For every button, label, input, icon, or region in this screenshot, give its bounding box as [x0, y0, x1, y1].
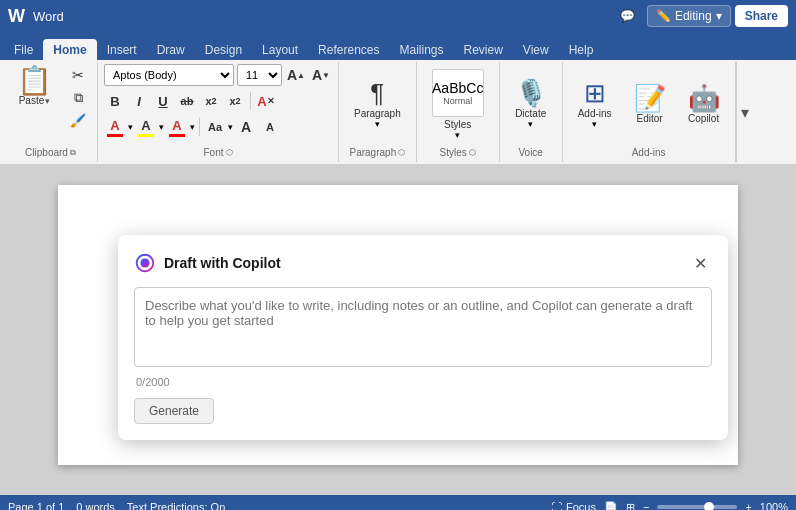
focus-icon: ⛶ — [551, 501, 562, 510]
copilot-dialog: Draft with Copilot ✕ 0/2000 Generate — [118, 235, 728, 440]
editor-icon: 📝 — [634, 85, 666, 111]
clear-format-button[interactable]: A✕ — [255, 90, 277, 112]
subscript-button[interactable]: x2 — [200, 90, 222, 112]
styles-group: AaBbCc Normal Styles ▾ Styles ⬡ — [417, 62, 500, 162]
font-group: Aptos (Body) 11 A▲ A▼ B I U ab x2 x2 A✕ — [98, 62, 339, 162]
case-arrow[interactable]: ▾ — [228, 122, 233, 132]
addins-group: ⊞ Add-ins ▾ 📝 Editor 🤖 Copilot Add-ins — [563, 62, 736, 162]
grow-font-button[interactable]: A▲ — [285, 64, 307, 86]
word-count[interactable]: 0 words — [76, 501, 115, 510]
font-label: Font — [203, 147, 223, 158]
dictate-arrow: ▾ — [528, 119, 533, 129]
case-button[interactable]: Aa — [204, 116, 226, 138]
styles-button[interactable]: AaBbCc Normal Styles ▾ — [423, 64, 493, 145]
font-select[interactable]: Aptos (Body) — [104, 64, 234, 86]
zoom-level[interactable]: 100% — [760, 501, 788, 510]
zoom-minus[interactable]: − — [643, 501, 649, 510]
cut-button[interactable]: ✂ — [65, 64, 91, 86]
tab-view[interactable]: View — [513, 39, 559, 61]
copilot-ribbon-label: Copilot — [688, 113, 719, 124]
editing-label: Editing — [675, 9, 712, 23]
paragraph-group: ¶ Paragraph ▾ Paragraph ⬡ — [339, 62, 417, 162]
italic-button[interactable]: I — [128, 90, 150, 112]
paste-button[interactable]: 📋 Paste ▾ — [10, 64, 59, 109]
share-button[interactable]: Share — [735, 5, 788, 27]
shrink-font-button[interactable]: A▼ — [310, 64, 332, 86]
font-color-button[interactable]: A — [104, 116, 126, 138]
comment-button[interactable]: 💬 — [612, 5, 643, 27]
addins-arrow: ▾ — [592, 119, 597, 129]
tab-home[interactable]: Home — [43, 39, 96, 61]
dictate-label: Dictate — [515, 108, 546, 119]
paste-label: Paste — [19, 95, 45, 106]
chevron-down-icon: ▾ — [741, 103, 749, 122]
copy-icon: ⧉ — [74, 90, 83, 106]
title-bar: W Word 💬 ✏️ Editing ▾ Share — [0, 0, 796, 32]
paragraph-button[interactable]: ¶ Paragraph ▾ — [345, 75, 410, 134]
tab-design[interactable]: Design — [195, 39, 252, 61]
copilot-close-button[interactable]: ✕ — [688, 251, 712, 275]
layout-icon1[interactable]: 📄 — [604, 501, 618, 511]
styles-arrow: ▾ — [455, 130, 460, 140]
zoom-slider[interactable] — [657, 505, 737, 509]
tab-insert[interactable]: Insert — [97, 39, 147, 61]
font-color-bar — [107, 134, 123, 137]
paragraph-arrow: ▾ — [375, 119, 380, 129]
editing-button[interactable]: ✏️ Editing ▾ — [647, 5, 731, 27]
svg-point-0 — [140, 258, 149, 267]
underline-button[interactable]: U — [152, 90, 174, 112]
zoom-plus[interactable]: + — [745, 501, 751, 510]
tab-mailings[interactable]: Mailings — [389, 39, 453, 61]
font-sep2 — [199, 118, 200, 136]
bold-button[interactable]: B — [104, 90, 126, 112]
copilot-title: Draft with Copilot — [134, 252, 281, 274]
word-logo: W — [8, 6, 25, 27]
highlight-button[interactable]: A — [135, 116, 157, 138]
copilot-counter: 0/2000 — [136, 376, 712, 388]
paste-arrow-icon: ▾ — [45, 96, 50, 106]
grow-button2[interactable]: A — [235, 116, 257, 138]
text-predictions[interactable]: Text Predictions: On — [127, 501, 225, 510]
chevron-down-icon: ▾ — [716, 9, 722, 23]
editor-button[interactable]: 📝 Editor — [625, 80, 675, 129]
clipboard-expand-icon[interactable]: ⧉ — [70, 148, 76, 158]
tab-draw[interactable]: Draw — [147, 39, 195, 61]
layout-icon2[interactable]: ⊞ — [626, 501, 635, 511]
font-color-arrow[interactable]: ▾ — [128, 122, 133, 132]
font-size-select[interactable]: 11 — [237, 64, 282, 86]
tab-layout[interactable]: Layout — [252, 39, 308, 61]
shrink-button2[interactable]: A — [259, 116, 281, 138]
font-expand-icon[interactable]: ⬡ — [226, 148, 233, 157]
editor-label: Editor — [637, 113, 663, 124]
dictate-button[interactable]: 🎙️ Dictate ▾ — [506, 75, 556, 134]
format-painter-icon: 🖌️ — [70, 113, 86, 128]
generate-button[interactable]: Generate — [134, 398, 214, 424]
text-color-arrow[interactable]: ▾ — [190, 122, 195, 132]
format-painter-button[interactable]: 🖌️ — [65, 110, 91, 131]
paragraph-expand-icon[interactable]: ⬡ — [398, 148, 405, 157]
text-color-button[interactable]: A — [166, 116, 188, 138]
highlight-arrow[interactable]: ▾ — [159, 122, 164, 132]
tab-help[interactable]: Help — [559, 39, 604, 61]
copy-button[interactable]: ⧉ — [65, 87, 91, 109]
ribbon-more-button[interactable]: ▾ — [736, 62, 754, 162]
tab-review[interactable]: Review — [454, 39, 513, 61]
document-page[interactable]: Draft with Copilot ✕ 0/2000 Generate — [58, 185, 738, 465]
zoom-thumb[interactable] — [704, 502, 714, 510]
styles-expand-icon[interactable]: ⬡ — [469, 148, 476, 157]
tab-references[interactable]: References — [308, 39, 389, 61]
focus-button[interactable]: ⛶ Focus — [551, 501, 596, 510]
dictate-icon: 🎙️ — [515, 80, 547, 106]
strikethrough-button[interactable]: ab — [176, 90, 198, 112]
superscript-button[interactable]: x2 — [224, 90, 246, 112]
clipboard-label: Clipboard — [25, 147, 68, 158]
voice-label: Voice — [518, 147, 542, 158]
app-name: Word — [33, 9, 64, 24]
page-count[interactable]: Page 1 of 1 — [8, 501, 64, 510]
copilot-icon — [134, 252, 156, 274]
addins-icon: ⊞ — [584, 80, 606, 106]
copilot-ribbon-button[interactable]: 🤖 Copilot — [679, 80, 729, 129]
addins-button[interactable]: ⊞ Add-ins ▾ — [569, 75, 621, 134]
copilot-textarea[interactable] — [134, 287, 712, 367]
tab-file[interactable]: File — [4, 39, 43, 61]
